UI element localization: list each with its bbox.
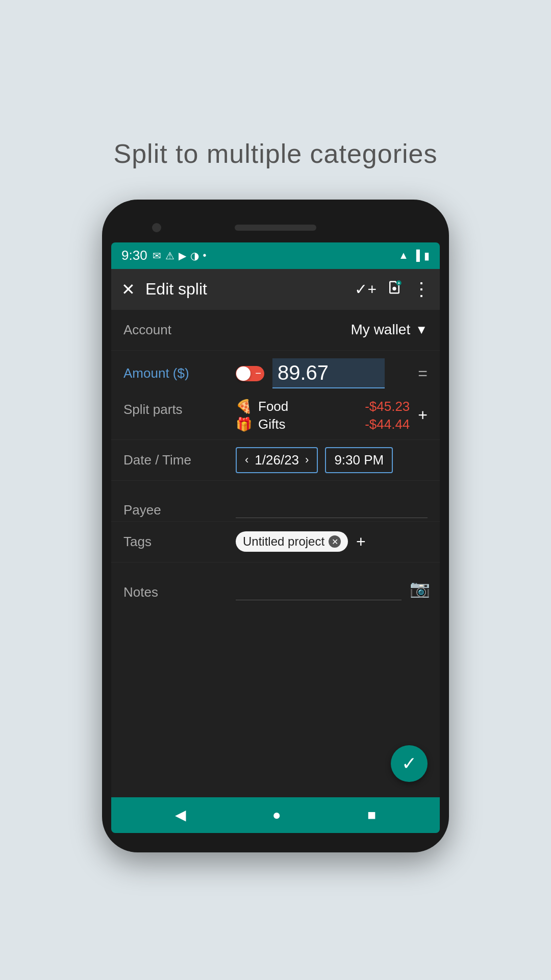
food-icon: 🍕: [236, 399, 252, 414]
phone-bottom: [111, 833, 440, 843]
account-dropdown-arrow: ▼: [415, 323, 428, 337]
split-parts-label: Split parts: [123, 399, 236, 418]
camera-icon[interactable]: 📷: [410, 579, 430, 598]
expense-toggle[interactable]: −: [236, 366, 264, 381]
app-toolbar: ✕ Edit split ✓+ + ⋮: [111, 269, 440, 310]
bottom-nav: ◀ ● ■: [111, 797, 440, 833]
status-bar: 9:30 ✉ ⚠ ▶ ◑ • ▲ ▐ ▮: [111, 242, 440, 269]
amount-input[interactable]: [272, 358, 385, 388]
notes-label: Notes: [123, 584, 236, 600]
fab-button[interactable]: ✓: [391, 745, 428, 782]
split-parts-row: Split parts 🍕 Food -$45.23 🎁 Gifts -$44.…: [111, 391, 440, 440]
home-nav-button[interactable]: ●: [272, 807, 281, 823]
status-time: 9:30: [121, 248, 147, 263]
split-items-list: 🍕 Food -$45.23 🎁 Gifts -$44.44: [236, 399, 410, 432]
split-item-gifts-amount: -$44.44: [365, 416, 410, 432]
close-button[interactable]: ✕: [121, 280, 135, 299]
account-selector[interactable]: My wallet ▼: [351, 322, 428, 338]
empty-space: ✓: [111, 603, 440, 797]
add-split-item-button[interactable]: +: [418, 406, 428, 425]
battery-icon: ▮: [424, 250, 430, 262]
youtube-icon: ▶: [179, 250, 186, 262]
account-name: My wallet: [351, 322, 411, 338]
notes-input[interactable]: [236, 581, 402, 600]
svg-text:+: +: [397, 281, 400, 286]
account-value-container[interactable]: My wallet ▼: [236, 322, 428, 338]
tag-close-button[interactable]: ✕: [329, 535, 341, 548]
toggle-knob: [236, 366, 251, 381]
add-tag-button[interactable]: +: [356, 532, 366, 551]
back-nav-button[interactable]: ◀: [175, 806, 186, 823]
page-background-title: Split to multiple categories: [114, 138, 438, 169]
phone-camera: [152, 223, 161, 232]
phone-shell: 9:30 ✉ ⚠ ▶ ◑ • ▲ ▐ ▮ ✕: [102, 200, 449, 852]
payee-label: Payee: [123, 502, 236, 518]
amount-label: Amount ($): [123, 365, 236, 381]
form-content: Account My wallet ▼ Amount ($) −: [111, 310, 440, 797]
split-item-food-name: Food: [258, 399, 359, 414]
email-icon: ✉: [153, 250, 161, 262]
save-button[interactable]: +: [387, 280, 402, 299]
datetime-row: Date / Time ‹ 1/26/23 › 9:30 PM: [111, 440, 440, 481]
recents-nav-button[interactable]: ■: [367, 807, 376, 823]
alert-icon: ⚠: [165, 250, 174, 262]
toggle-container[interactable]: −: [236, 366, 264, 381]
tag-chip[interactable]: Untitled project ✕: [236, 531, 348, 552]
gifts-icon: 🎁: [236, 416, 252, 432]
split-item-food[interactable]: 🍕 Food -$45.23: [236, 399, 410, 414]
date-prev-button[interactable]: ‹: [245, 453, 248, 467]
payee-row: Payee: [111, 481, 440, 522]
more-options-button[interactable]: ⋮: [412, 279, 430, 300]
split-item-gifts[interactable]: 🎁 Gifts -$44.44: [236, 416, 410, 432]
screen: 9:30 ✉ ⚠ ▶ ◑ • ▲ ▐ ▮ ✕: [111, 242, 440, 833]
datetime-label: Date / Time: [123, 452, 236, 468]
amount-input-container: [272, 358, 418, 388]
amount-row: Amount ($) − =: [111, 351, 440, 391]
equals-icon: =: [418, 364, 428, 383]
toolbar-title: Edit split: [145, 280, 344, 299]
wifi-icon: ▲: [398, 250, 409, 261]
date-next-button[interactable]: ›: [305, 453, 309, 467]
fab-check-icon: ✓: [402, 753, 417, 774]
date-picker[interactable]: ‹ 1/26/23 ›: [236, 447, 318, 473]
phone-speaker: [235, 225, 316, 231]
signal-icon: ▐: [413, 250, 420, 261]
time-value: 9:30 PM: [334, 452, 384, 468]
check-add-button[interactable]: ✓+: [355, 280, 377, 298]
split-item-food-amount: -$45.23: [365, 399, 410, 414]
phone-top: [111, 215, 440, 240]
minus-icon: −: [255, 368, 261, 379]
tag-name: Untitled project: [243, 534, 324, 549]
notes-row: Notes 📷: [111, 562, 440, 603]
split-item-gifts-name: Gifts: [258, 416, 359, 432]
tags-label: Tags: [123, 534, 236, 550]
date-value: 1/26/23: [255, 452, 299, 468]
account-row: Account My wallet ▼: [111, 310, 440, 351]
time-picker[interactable]: 9:30 PM: [325, 447, 393, 473]
timer-icon: ◑: [190, 250, 199, 262]
tags-row: Tags Untitled project ✕ +: [111, 522, 440, 562]
account-label: Account: [123, 322, 236, 338]
payee-input[interactable]: [236, 499, 428, 518]
dot-icon: •: [203, 250, 207, 261]
